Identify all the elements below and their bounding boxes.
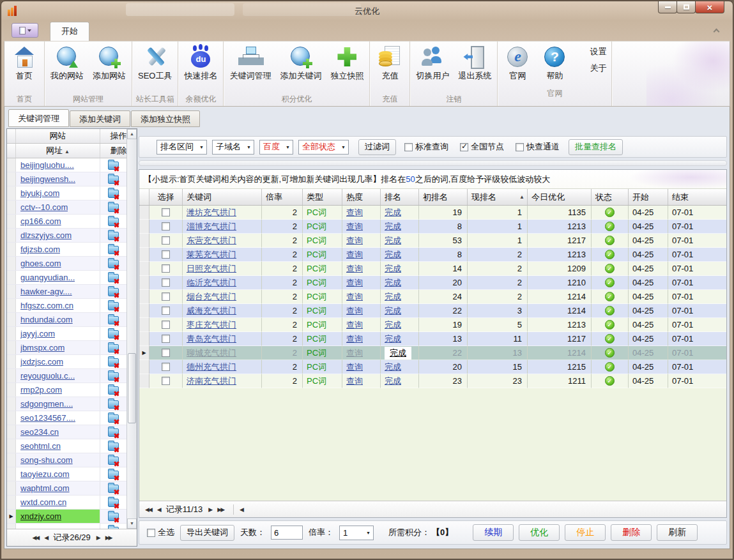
keyword-link[interactable]: 烟台充气拱门 (187, 292, 236, 301)
ribbon-button[interactable]: 充值 (371, 42, 408, 93)
site-link[interactable]: ghoes.com (20, 259, 61, 268)
ribbon-button[interactable]: 官网 (499, 42, 536, 87)
site-link[interactable]: cp166.com (20, 216, 61, 226)
site-link[interactable]: dlzszyjys.com (20, 231, 72, 240)
keyword-row[interactable]: 青岛充气拱门 2 PC词 查询 完成 13 11 1217 04-25 07-0… (139, 332, 726, 346)
ribbon-button[interactable]: 关键词管理 (225, 42, 275, 93)
header-current-rank[interactable]: 现排名▲ (468, 189, 528, 205)
rate-select[interactable]: 1▼ (339, 526, 374, 540)
rank-status-link[interactable]: 完成 (385, 376, 401, 386)
delete-site-button[interactable] (100, 245, 126, 254)
column-header-url[interactable]: 网址▲ (16, 144, 100, 158)
site-link[interactable]: hfgszc.com.cn (20, 301, 73, 310)
row-checkbox[interactable] (162, 278, 170, 287)
site-link[interactable]: xndzjy.com (20, 511, 61, 521)
title-bar[interactable]: 云优化 × (1, 1, 733, 20)
row-checkbox[interactable] (162, 264, 170, 273)
delete-site-button[interactable] (100, 441, 126, 451)
action-button[interactable]: 续期 (473, 524, 514, 541)
keyword-row[interactable]: 临沂充气拱门 2 PC词 查询 完成 20 2 1210 04-25 07-01 (139, 276, 726, 290)
site-link[interactable]: seo1234567.... (20, 413, 75, 423)
site-row[interactable]: cp166.com (7, 215, 126, 229)
delete-site-button[interactable] (100, 371, 126, 381)
site-row[interactable]: taoyiezu.com (7, 467, 126, 481)
delete-site-button[interactable] (100, 231, 126, 240)
filter-checkbox[interactable]: 快查通道 (516, 141, 560, 153)
maximize-button[interactable] (677, 1, 696, 13)
site-link[interactable]: seo234.cn (20, 427, 59, 437)
site-row[interactable]: rmp2p.com (7, 383, 126, 397)
hot-query-link[interactable]: 查询 (346, 208, 363, 217)
site-link[interactable]: sdgongmen.... (20, 399, 73, 409)
site-row[interactable] (7, 524, 126, 529)
action-button[interactable]: 停止 (565, 524, 606, 541)
row-checkbox[interactable] (162, 236, 170, 245)
site-row[interactable]: seo1234567.... (7, 411, 126, 425)
delete-site-button[interactable] (100, 160, 126, 170)
app-menu-button[interactable] (11, 23, 38, 38)
action-button[interactable]: 刷新 (657, 524, 698, 541)
filter-checkbox[interactable]: 标准查询 (404, 141, 448, 153)
site-row[interactable]: beijingluohu.... (7, 158, 126, 172)
header-type[interactable]: 类型 (303, 189, 342, 205)
rank-status-link[interactable]: 完成 (385, 334, 401, 344)
next-page-icon[interactable]: ▶ (208, 506, 211, 513)
header-end[interactable]: 结束 (668, 189, 726, 205)
site-link[interactable]: seohtml.cn (20, 441, 61, 451)
keyword-link[interactable]: 枣庄充气拱门 (187, 320, 236, 329)
site-link[interactable]: waphtml.com (20, 483, 70, 493)
header-select[interactable]: 选择 (149, 189, 183, 205)
site-row[interactable]: guangyudian... (7, 271, 126, 285)
hot-query-link[interactable]: 查询 (346, 376, 363, 386)
filter-words-button[interactable]: 过滤词 (358, 139, 396, 155)
doc-tab[interactable]: 关键词管理 (8, 109, 69, 127)
row-checkbox[interactable] (162, 222, 170, 231)
site-row[interactable]: seo234.cn (7, 425, 126, 439)
site-link[interactable]: taoyiezu.com (20, 469, 70, 479)
site-link[interactable]: guangyudian... (20, 273, 75, 282)
select-all-checkbox[interactable]: 全选 (147, 527, 174, 538)
scroll-up-icon[interactable]: ▲ (127, 129, 137, 139)
ribbon-button[interactable]: 快速排名 (180, 42, 222, 93)
row-checkbox[interactable] (162, 250, 170, 259)
next-page-icon[interactable]: ▶ (96, 534, 100, 541)
keyword-link[interactable]: 潍坊充气拱门 (187, 208, 236, 217)
row-checkbox[interactable] (162, 292, 170, 301)
site-link[interactable]: biyukj.com (20, 188, 59, 198)
keyword-row[interactable]: 日照充气拱门 2 PC词 查询 完成 14 2 1209 04-25 07-01 (139, 262, 726, 276)
hot-query-link[interactable]: 查询 (346, 292, 363, 301)
first-page-icon[interactable]: ◀◀ (145, 506, 151, 513)
prev-page-icon[interactable]: ◀ (157, 506, 160, 513)
delete-site-button[interactable] (100, 343, 126, 352)
site-row[interactable]: reyouguolu.c... (7, 369, 126, 383)
delete-site-button[interactable] (100, 287, 126, 296)
rank-status-link[interactable]: 完成 (385, 222, 401, 231)
site-link[interactable]: jayyj.com (20, 329, 55, 338)
delete-site-button[interactable] (100, 202, 126, 212)
ribbon-button[interactable]: SEO工具 (134, 42, 176, 93)
action-button[interactable]: 删除 (611, 524, 652, 541)
header-keyword[interactable]: 关键词 (183, 189, 262, 205)
keyword-link[interactable]: 临沂充气拱门 (187, 278, 236, 287)
keyword-row[interactable]: 聊城充气拱门 2 PC词 查询 完成 22 13 1214 04-25 07-0… (139, 346, 726, 360)
last-page-icon[interactable]: ▶▶ (217, 506, 224, 513)
site-row[interactable]: jbmspx.com (7, 341, 126, 355)
delete-site-button[interactable] (100, 455, 126, 465)
delete-site-button[interactable] (100, 413, 126, 423)
rank-status-link[interactable]: 完成 (385, 264, 401, 273)
keyword-row[interactable]: 莱芜充气拱门 2 PC词 查询 完成 8 2 1213 04-25 07-01 (139, 248, 726, 262)
rank-status-link[interactable]: 完成 (385, 320, 401, 329)
delete-site-button[interactable] (100, 216, 126, 226)
site-link[interactable]: beijingluohu.... (20, 160, 74, 170)
search-engine-select[interactable]: 百度▼ (259, 140, 293, 155)
export-keywords-button[interactable]: 导出关键词 (180, 525, 234, 541)
hscroll-left-icon[interactable]: ◀ (240, 506, 243, 513)
header-hot[interactable]: 热度 (342, 189, 381, 205)
site-row[interactable]: sdgongmen.... (7, 397, 126, 411)
keyword-row[interactable]: 潍坊充气拱门 2 PC词 查询 完成 19 1 1135 04-25 07-01 (139, 206, 726, 220)
keyword-row[interactable]: 德州充气拱门 2 PC词 查询 完成 20 15 1215 04-25 07-0… (139, 360, 726, 374)
site-link[interactable]: rmp2p.com (20, 385, 62, 395)
delete-site-button[interactable] (100, 483, 126, 493)
site-row[interactable]: jxdzjsc.com (7, 355, 126, 369)
site-link[interactable]: hndundai.com (20, 315, 73, 324)
